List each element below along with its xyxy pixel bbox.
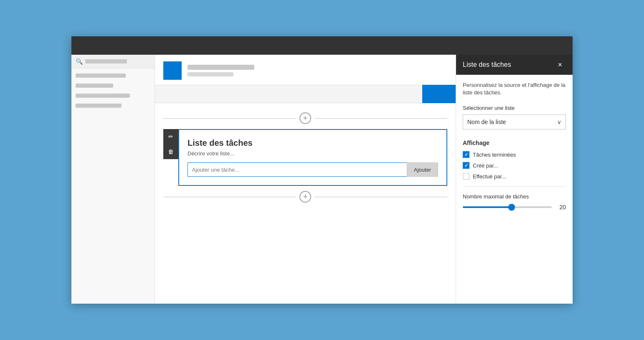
checkbox-cree-par[interactable] [463,162,469,169]
checkbox-label-effectue-par: Effectué par... [473,173,506,180]
panel-description: Personnalisez la source et l'affichage d… [463,81,566,96]
sidebar-item[interactable] [76,74,126,78]
panel-body: Personnalisez la source et l'affichage d… [456,75,573,304]
page-toolbar [155,85,456,103]
panel-title: Liste des tâches [463,61,511,69]
right-panel: Liste des tâches × Personnalisez la sour… [456,55,573,304]
slider-track[interactable] [463,206,552,208]
dropdown-selected-value: Nom de la liste [467,119,506,125]
divider-line [314,197,447,197]
divider-line [314,118,447,119]
task-list-description: Décrire votre liste... [188,150,438,157]
page-header [155,55,456,80]
panel-header: Liste des tâches × [456,55,573,75]
chevron-down-icon: ∨ [557,119,561,125]
sidebar-item[interactable] [76,104,122,108]
list-dropdown[interactable]: Nom de la liste ∨ [463,114,566,129]
checkbox-row-taches-terminees: Tâches terminées [463,151,566,158]
edit-webpart-button[interactable]: ✏ [163,129,178,144]
webpart-area: + ✏ 🗑 Liste des tâches Décrire votre lis… [155,103,456,304]
sidebar-item[interactable] [76,84,113,88]
slider-section: Nombre maximal de tâches 20 [463,193,566,211]
page-subtitle [188,72,233,76]
sidebar-nav [71,69,155,113]
add-webpart-row-bottom: + [163,191,447,203]
page-avatar [163,61,182,80]
toolbar-action-button[interactable] [422,85,456,103]
task-input-row: Ajouter [188,162,438,177]
add-webpart-button-bottom[interactable]: + [299,191,311,203]
panel-divider [463,186,566,187]
page-title-area [188,65,254,76]
checkbox-label-taches-terminees: Tâches terminées [473,152,516,158]
main-content: + ✏ 🗑 Liste des tâches Décrire votre lis… [155,55,456,304]
main-window: 🔍 [71,36,573,304]
task-list-title: Liste des tâches [188,138,438,148]
divider-line [163,118,296,119]
slider-thumb[interactable] [508,204,515,211]
checkbox-label-cree-par: Créé par... [473,162,498,169]
checkbox-row-effectue-par: Effectué par... [463,173,566,180]
select-list-label: Sélectionner une liste [463,105,566,111]
slider-row: 20 [463,204,566,211]
panel-close-button[interactable]: × [554,59,566,71]
slider-value: 20 [556,204,566,211]
titlebar [71,36,573,55]
add-task-button[interactable]: Ajouter [407,162,438,177]
task-webpart-wrapper: ✏ 🗑 Liste des tâches Décrire votre liste… [163,129,447,186]
checkbox-row-cree-par: Créé par... [463,162,566,169]
slider-fill [463,206,512,208]
webpart-controls: ✏ 🗑 [163,129,178,159]
affichage-section-title: Affichage [463,140,566,146]
checkbox-effectue-par[interactable] [463,173,469,180]
sidebar-item[interactable] [76,94,130,98]
slider-label: Nombre maximal de tâches [463,193,566,200]
task-list-webpart: Liste des tâches Décrire votre liste... … [178,129,447,186]
checkbox-taches-terminees[interactable] [463,151,469,158]
search-icon: 🔍 [76,58,83,65]
page-title [188,65,254,70]
delete-webpart-button[interactable]: 🗑 [163,144,178,159]
sidebar: 🔍 [71,55,155,304]
window-body: 🔍 [71,55,573,304]
add-webpart-row-top: + [163,112,447,124]
add-webpart-button-top[interactable]: + [299,112,311,124]
sidebar-search-bar[interactable]: 🔍 [71,55,155,69]
task-input[interactable] [188,162,407,177]
divider-line [163,197,296,197]
search-input-placeholder [85,59,127,63]
